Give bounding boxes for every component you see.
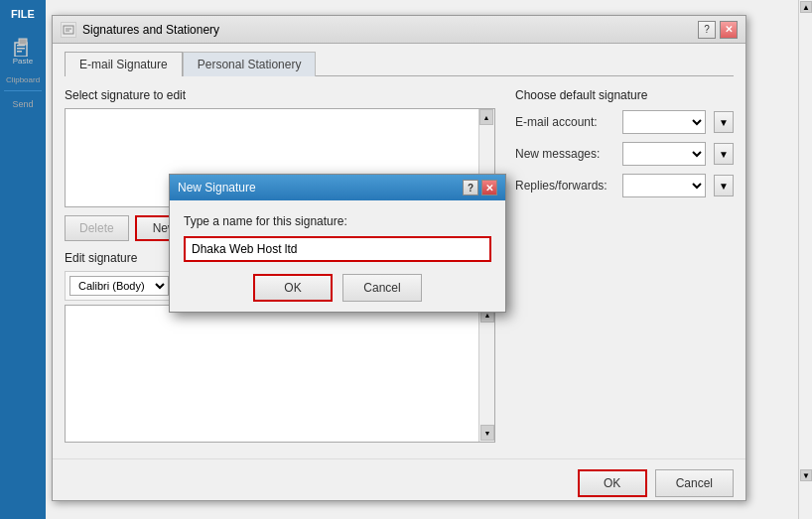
default-sig-title: Choose default signature xyxy=(515,88,734,102)
paste-button[interactable]: Paste xyxy=(3,30,43,69)
font-select[interactable]: Calibri (Body) xyxy=(69,276,169,296)
sub-dialog-title: New Signature xyxy=(178,181,256,195)
tab-email-signature[interactable]: E-mail Signature xyxy=(65,52,183,76)
right-scrollbar[interactable]: ▲ ▼ xyxy=(798,0,812,519)
replies-label: Replies/forwards: xyxy=(515,179,614,193)
new-messages-label: New messages: xyxy=(515,147,614,161)
dialog-title: Signatures and Stationery xyxy=(82,23,219,37)
email-account-select[interactable] xyxy=(622,110,706,134)
dialog-icon xyxy=(61,22,76,38)
sub-close-button[interactable]: ✕ xyxy=(481,180,497,195)
replies-dropdown[interactable]: ▼ xyxy=(714,175,734,196)
sig-name-input[interactable] xyxy=(184,236,491,262)
editor-scrollbar[interactable]: ▲ ▼ xyxy=(478,306,494,442)
email-account-dropdown[interactable]: ▼ xyxy=(714,111,734,133)
sub-dialog-buttons: OK Cancel xyxy=(184,274,491,302)
clipboard-label: Clipboard xyxy=(4,73,42,86)
new-signature-dialog: New Signature ? ✕ Type a name for this s… xyxy=(169,174,506,313)
send-label: Send xyxy=(8,95,37,113)
sub-dialog-titlebar: New Signature ? ✕ xyxy=(170,175,505,200)
scroll-down-arrow[interactable]: ▼ xyxy=(800,469,812,481)
sub-titlebar-buttons: ? ✕ xyxy=(463,180,497,195)
email-account-label: E-mail account: xyxy=(515,115,614,129)
svg-rect-3 xyxy=(17,48,25,50)
replies-row: Replies/forwards: ▼ xyxy=(515,174,734,197)
new-messages-row: New messages: ▼ xyxy=(515,142,734,166)
svg-rect-1 xyxy=(19,39,27,45)
sub-dialog-content: Type a name for this signature: OK Cance… xyxy=(170,200,505,312)
right-panel: Choose default signature E-mail account:… xyxy=(515,88,734,443)
file-button[interactable]: FILE xyxy=(0,2,46,26)
select-sig-label: Select signature to edit xyxy=(65,88,495,102)
dialog-footer: OK Cancel xyxy=(53,458,745,505)
tab-bar: E-mail Signature Personal Stationery xyxy=(65,52,734,76)
outlook-ribbon: FILE Paste Clipboard Send xyxy=(0,0,46,519)
sub-cancel-button[interactable]: Cancel xyxy=(342,274,422,302)
delete-button[interactable]: Delete xyxy=(65,215,129,241)
email-account-row: E-mail account: ▼ xyxy=(515,110,734,134)
dialog-titlebar: Signatures and Stationery ? ✕ xyxy=(53,16,745,44)
scroll-up-arrow[interactable]: ▲ xyxy=(800,1,812,13)
ok-footer-button[interactable]: OK xyxy=(578,469,647,497)
sub-help-button[interactable]: ? xyxy=(463,180,478,195)
sig-text-area[interactable]: ▲ ▼ xyxy=(65,305,495,443)
svg-rect-2 xyxy=(17,45,25,47)
paste-label: Paste xyxy=(13,57,33,65)
editor-scroll-down[interactable]: ▼ xyxy=(480,425,494,441)
new-messages-dropdown[interactable]: ▼ xyxy=(714,143,734,165)
sub-ok-button[interactable]: OK xyxy=(253,274,333,302)
replies-select[interactable] xyxy=(622,174,706,197)
svg-rect-4 xyxy=(17,51,22,53)
tab-personal-stationery[interactable]: Personal Stationery xyxy=(183,52,317,76)
close-button[interactable]: ✕ xyxy=(720,21,738,39)
svg-rect-5 xyxy=(64,26,73,34)
sig-name-label: Type a name for this signature: xyxy=(184,214,491,228)
titlebar-buttons: ? ✕ xyxy=(698,21,738,39)
help-button[interactable]: ? xyxy=(698,21,716,39)
new-messages-select[interactable] xyxy=(622,142,706,166)
list-scroll-up[interactable]: ▲ xyxy=(479,109,493,125)
cancel-footer-button[interactable]: Cancel xyxy=(655,469,734,497)
